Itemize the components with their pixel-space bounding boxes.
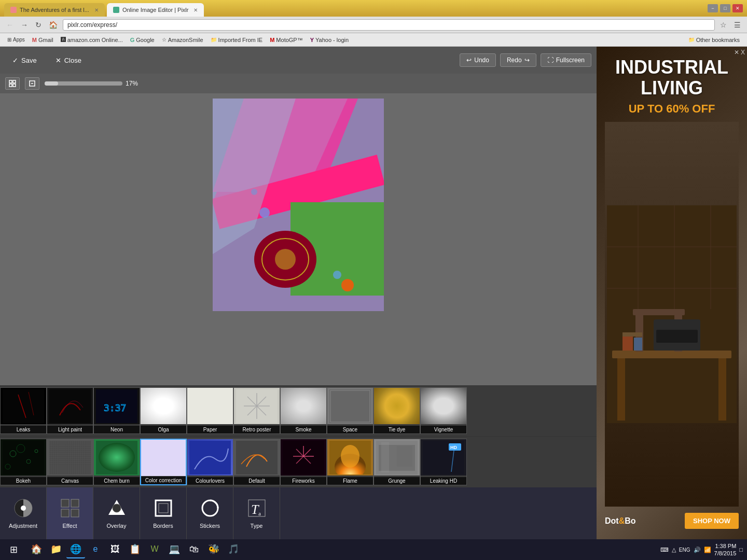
taskbar-app-home[interactable]: 🏠: [27, 541, 46, 558]
taskbar-app-store[interactable]: 🛍: [185, 541, 203, 558]
effect-vignette[interactable]: Vignette: [420, 387, 467, 434]
ad-close-icon[interactable]: ✕ X: [734, 49, 745, 56]
time-display: 1:38 PM: [714, 542, 737, 550]
tab-close-pixlr[interactable]: ✕: [193, 7, 198, 13]
tab-close-adventures[interactable]: ✕: [94, 7, 99, 13]
bookmark-apps[interactable]: ⊞ Apps: [4, 36, 28, 44]
effect-neon[interactable]: 3:37 Neon: [93, 387, 140, 434]
effect-colourlovers[interactable]: Colourlovers: [187, 439, 233, 485]
taskbar-app-explorer[interactable]: 📁: [47, 541, 65, 558]
bookmark-motogp[interactable]: M MotoGP™: [267, 36, 306, 44]
effect-flame[interactable]: Flame: [327, 439, 374, 485]
tool-overlay[interactable]: Overlay: [93, 487, 140, 539]
bookmark-imported[interactable]: 📁 Imported From IE: [208, 36, 266, 44]
nav-forward[interactable]: →: [19, 20, 30, 30]
leakingHD-thumb-img: HD: [423, 441, 464, 474]
nav-refresh[interactable]: ↻: [33, 20, 44, 30]
save-button[interactable]: ✓ Save: [5, 53, 44, 67]
bookmark-amazon[interactable]: 🅰 amazon.com Online...: [58, 36, 126, 44]
systray-arrow-icon[interactable]: △: [672, 547, 676, 553]
editor-area: ✓ Save ✕ Close ↩ Undo Redo ↪ ⛶ Fullscree…: [0, 47, 597, 539]
svg-text:3:37: 3:37: [104, 402, 126, 413]
borders-label: Borders: [153, 523, 173, 529]
zoom-fit-btn[interactable]: [5, 77, 20, 90]
taskbar-app-browser[interactable]: 🌐: [66, 541, 85, 558]
tool-effect[interactable]: Effect: [47, 487, 93, 539]
systray-network-icon[interactable]: 📶: [704, 547, 711, 553]
nav-home[interactable]: 🏠: [47, 20, 60, 30]
zoom-slider-fill: [45, 81, 58, 86]
window-close[interactable]: ✕: [732, 4, 743, 12]
bookmark-other[interactable]: 📁 Other bookmarks: [685, 36, 743, 44]
nav-back[interactable]: ←: [4, 20, 16, 30]
effect-leaks[interactable]: Leaks: [0, 387, 47, 434]
effect-label-flame: Flame: [327, 477, 373, 485]
bookmark-google[interactable]: G Google: [127, 36, 158, 44]
bookmark-amazonsmile[interactable]: ☆ AmazonSmile: [159, 36, 206, 44]
svg-point-13: [275, 249, 296, 270]
systray-notification[interactable]: □: [739, 547, 743, 553]
redo-label: Redo: [507, 57, 522, 64]
tool-type[interactable]: T a Type: [233, 487, 280, 539]
effect-bokeh[interactable]: Bokeh: [0, 439, 47, 485]
effect-space[interactable]: Space: [327, 387, 374, 434]
redo-button[interactable]: Redo ↪: [500, 53, 536, 67]
svg-point-15: [341, 279, 354, 291]
address-bar[interactable]: pixlr.com/express/: [63, 19, 715, 31]
svg-rect-90: [622, 335, 633, 351]
taskbar-app-office[interactable]: W: [145, 541, 164, 558]
taskbar-app-media[interactable]: 🎵: [224, 541, 243, 558]
effect-label-tiedye: Tie dye: [374, 426, 420, 433]
effect-colorcorrection[interactable]: Color correction: [140, 439, 187, 485]
close-button[interactable]: ✕ Close: [48, 53, 89, 67]
bookmark-yahoo[interactable]: Y Yahoo - login: [307, 36, 352, 44]
systray-keyboard-icon[interactable]: ⌨: [660, 547, 669, 553]
effect-default[interactable]: Default: [233, 439, 280, 485]
tab-adventures[interactable]: The Adventures of a first l... ✕: [4, 3, 105, 17]
effect-label-fireworks: Fireworks: [281, 477, 326, 485]
systray-lang[interactable]: ENG: [679, 547, 690, 553]
taskbar-start[interactable]: ⊞: [4, 541, 23, 558]
svg-rect-23: [49, 389, 91, 423]
taskbar-app-clipboard[interactable]: 📋: [126, 541, 144, 558]
ad-shop-button[interactable]: SHOP NOW: [685, 513, 739, 529]
effect-smoke[interactable]: Smoke: [280, 387, 327, 434]
effect-chemburn[interactable]: Chem burn: [93, 439, 140, 485]
nav-menu[interactable]: ☰: [732, 20, 743, 30]
taskbar-app-ie[interactable]: e: [86, 541, 105, 558]
effect-retroposter[interactable]: Retro poster: [233, 387, 280, 434]
effect-label-colourlovers: Colourlovers: [187, 477, 233, 485]
effect-lightpaint[interactable]: Light paint: [47, 387, 93, 434]
neon-thumb-img: 3:37: [96, 389, 137, 423]
zoom-actual-btn[interactable]: [25, 77, 39, 90]
tool-adjustment[interactable]: Adjustment: [0, 487, 47, 539]
type-icon: T a: [246, 498, 267, 519]
taskbar-app-photos[interactable]: 🖼: [106, 541, 125, 558]
svg-rect-71: [61, 509, 69, 517]
effect-canvas[interactable]: Canvas: [47, 439, 93, 485]
bookmark-gmail[interactable]: M Gmail: [29, 36, 57, 44]
taskbar-app-bee[interactable]: 🐝: [204, 541, 223, 558]
tab-pixlr[interactable]: Online Image Editor | Pixlr ✕: [107, 3, 204, 17]
undo-button[interactable]: ↩ Undo: [460, 53, 496, 67]
effect-fireworks[interactable]: Fireworks: [280, 439, 327, 485]
systray-volume-icon[interactable]: 🔊: [694, 547, 701, 553]
window-maximize[interactable]: □: [720, 4, 730, 12]
nav-star[interactable]: ☆: [718, 20, 729, 30]
taskbar-app-laptop[interactable]: 💻: [165, 541, 184, 558]
zoom-slider[interactable]: [45, 81, 122, 86]
effect-tiedye[interactable]: Tie dye: [374, 387, 420, 434]
effect-label-retroposter: Retro poster: [234, 426, 280, 433]
effect-olga[interactable]: Olga: [140, 387, 187, 434]
window-controls: − □ ✕: [708, 4, 743, 12]
tool-borders[interactable]: Borders: [140, 487, 187, 539]
close-x-icon: ✕: [56, 57, 61, 64]
zoom-slider-container[interactable]: 17%: [45, 80, 138, 87]
svg-rect-69: [61, 499, 69, 507]
fullscreen-button[interactable]: ⛶ Fullscreen: [541, 53, 591, 67]
effect-grunge[interactable]: Grunge: [374, 439, 420, 485]
window-minimize[interactable]: −: [708, 4, 718, 12]
tool-stickers[interactable]: Stickers: [187, 487, 233, 539]
effect-leakingHD[interactable]: HD Leaking HD: [420, 439, 467, 485]
effect-paper[interactable]: Paper: [187, 387, 233, 434]
